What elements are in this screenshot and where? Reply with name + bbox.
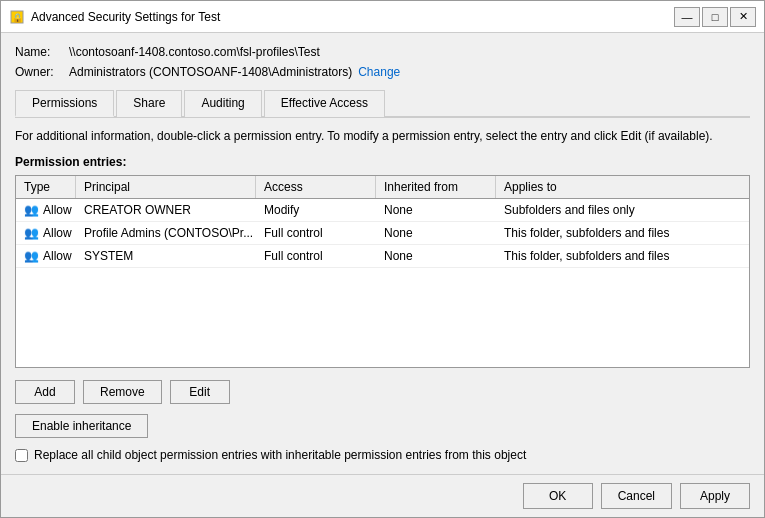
table-header: Type Principal Access Inherited from App… [16, 176, 749, 199]
edit-button[interactable]: Edit [170, 380, 230, 404]
table-row[interactable]: 👥 Allow Profile Admins (CONTOSO\Pr... Fu… [16, 222, 749, 245]
row0-inherited-from: None [376, 199, 496, 221]
tab-permissions[interactable]: Permissions [15, 90, 114, 117]
tab-share[interactable]: Share [116, 90, 182, 117]
row2-principal: SYSTEM [76, 245, 256, 267]
minimize-button[interactable]: — [674, 7, 700, 27]
table-row[interactable]: 👥 Allow SYSTEM Full control None This fo… [16, 245, 749, 268]
name-row: Name: \\contosoanf-1408.contoso.com\fsl-… [15, 45, 750, 59]
owner-value: Administrators (CONTOSOANF-1408\Administ… [69, 65, 352, 79]
row0-access: Modify [256, 199, 376, 221]
replace-checkbox[interactable] [15, 449, 28, 462]
cancel-button[interactable]: Cancel [601, 483, 672, 509]
replace-checkbox-label: Replace all child object permission entr… [34, 448, 526, 462]
replace-checkbox-row: Replace all child object permission entr… [15, 448, 750, 462]
row1-access: Full control [256, 222, 376, 244]
description-text: For additional information, double-click… [15, 128, 750, 145]
row2-type: 👥 Allow [16, 245, 76, 267]
apply-button[interactable]: Apply [680, 483, 750, 509]
row0-applies-to: Subfolders and files only [496, 199, 749, 221]
svg-text:🔒: 🔒 [12, 12, 24, 24]
footer: OK Cancel Apply [1, 474, 764, 517]
main-content: Name: \\contosoanf-1408.contoso.com\fsl-… [1, 33, 764, 474]
row1-principal: Profile Admins (CONTOSO\Pr... [76, 222, 256, 244]
tab-bar: Permissions Share Auditing Effective Acc… [15, 89, 750, 118]
enable-inheritance-button[interactable]: Enable inheritance [15, 414, 148, 438]
remove-button[interactable]: Remove [83, 380, 162, 404]
col-inherited-from: Inherited from [376, 176, 496, 198]
table-body: 👥 Allow CREATOR OWNER Modify None Subfol… [16, 199, 749, 367]
tab-auditing[interactable]: Auditing [184, 90, 261, 117]
maximize-button[interactable]: □ [702, 7, 728, 27]
user-icon: 👥 [24, 203, 39, 217]
name-value: \\contosoanf-1408.contoso.com\fsl-profil… [69, 45, 320, 59]
name-label: Name: [15, 45, 63, 59]
col-applies-to: Applies to [496, 176, 749, 198]
row0-type: 👥 Allow [16, 199, 76, 221]
ok-button[interactable]: OK [523, 483, 593, 509]
row1-type: 👥 Allow [16, 222, 76, 244]
window-controls: — □ ✕ [674, 7, 756, 27]
permission-entries-label: Permission entries: [15, 155, 750, 169]
change-link[interactable]: Change [358, 65, 400, 79]
user-icon: 👥 [24, 226, 39, 240]
row0-principal: CREATOR OWNER [76, 199, 256, 221]
owner-label: Owner: [15, 65, 63, 79]
window-title: Advanced Security Settings for Test [31, 10, 674, 24]
col-principal: Principal [76, 176, 256, 198]
user-icon: 👥 [24, 249, 39, 263]
close-button[interactable]: ✕ [730, 7, 756, 27]
row2-inherited-from: None [376, 245, 496, 267]
table-row[interactable]: 👥 Allow CREATOR OWNER Modify None Subfol… [16, 199, 749, 222]
main-window: 🔒 Advanced Security Settings for Test — … [0, 0, 765, 518]
enable-inheritance-container: Enable inheritance [15, 414, 750, 438]
col-type: Type [16, 176, 76, 198]
row1-applies-to: This folder, subfolders and files [496, 222, 749, 244]
row2-applies-to: This folder, subfolders and files [496, 245, 749, 267]
row2-access: Full control [256, 245, 376, 267]
permissions-table: Type Principal Access Inherited from App… [15, 175, 750, 368]
add-button[interactable]: Add [15, 380, 75, 404]
owner-row: Owner: Administrators (CONTOSOANF-1408\A… [15, 65, 750, 79]
row1-inherited-from: None [376, 222, 496, 244]
window-icon: 🔒 [9, 9, 25, 25]
action-buttons: Add Remove Edit [15, 380, 750, 404]
title-bar: 🔒 Advanced Security Settings for Test — … [1, 1, 764, 33]
tab-effective-access[interactable]: Effective Access [264, 90, 385, 117]
col-access: Access [256, 176, 376, 198]
